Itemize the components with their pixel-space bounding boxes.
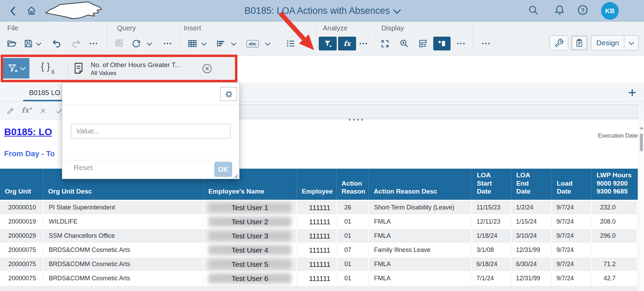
query-more-options-icon[interactable] (161, 37, 174, 50)
table-cell[interactable]: 01 (337, 257, 369, 271)
table-cell[interactable]: Short-Term Disability (Leave) (369, 201, 472, 214)
column-header[interactable]: Action Reason Desc (369, 169, 472, 200)
table-cell[interactable]: FMLA (369, 229, 472, 243)
table-cell[interactable]: 9/7/24 (552, 257, 592, 271)
filter-pill-name[interactable]: No. of Other Hours Greater T... (91, 61, 180, 69)
column-header[interactable]: Load Date (552, 169, 592, 200)
analyze-more-options-icon[interactable] (356, 37, 370, 50)
page-layout-icon[interactable] (416, 37, 430, 50)
table-cell[interactable]: Test User 4 (203, 243, 297, 257)
table-cell[interactable]: 20000029 (0, 229, 43, 243)
filter-button-active[interactable] (319, 37, 337, 50)
report-title-link[interactable]: B0185: LO (4, 126, 62, 138)
table-cell[interactable]: 12/31/99 (511, 243, 552, 257)
report-tab[interactable]: B0185 LO (29, 89, 60, 97)
table-cell[interactable]: 20000075 (0, 272, 43, 285)
table-cell[interactable]: BRDS&COMM Cosmetic Arts (43, 272, 203, 285)
table-cell[interactable]: 20000010 (0, 201, 43, 214)
table-cell[interactable]: 296.0 (592, 229, 638, 243)
table-cell[interactable]: 01 (337, 215, 369, 228)
table-cell[interactable]: 71.2 (592, 257, 638, 271)
reading-mode-button[interactable] (571, 35, 588, 50)
freeze-button-active[interactable] (433, 37, 451, 50)
filter-settings-button[interactable] (220, 87, 237, 101)
table-cell[interactable]: 07 (337, 243, 369, 257)
table-cell[interactable]: 1/15/24 (511, 215, 552, 228)
table-cell[interactable]: 11/15/23 (472, 201, 511, 214)
edit-query-icon[interactable] (113, 37, 127, 50)
user-avatar[interactable]: KB (601, 2, 619, 20)
design-mode-button[interactable]: Design (591, 35, 638, 50)
open-document-icon[interactable] (5, 37, 19, 50)
table-cell[interactable]: 111111 (297, 243, 337, 257)
table-cell[interactable]: 6/18/24 (472, 257, 511, 271)
table-cell[interactable]: 12/31/99 (511, 272, 552, 285)
help-icon[interactable]: ? (577, 4, 588, 16)
column-header[interactable]: Employee (297, 169, 337, 200)
table-cell[interactable]: FMLA (369, 257, 472, 271)
table-cell[interactable]: 3/1/08 (472, 243, 511, 257)
insert-list-icon[interactable] (284, 37, 298, 50)
filter-value-input[interactable] (71, 124, 230, 139)
reset-button[interactable]: Reset (74, 163, 93, 172)
column-header[interactable]: Org Unit (0, 169, 43, 200)
column-header[interactable]: LOA Start Date (472, 169, 511, 200)
table-cell[interactable]: Test User 6 (203, 272, 297, 285)
table-cell[interactable]: Test User 3 (203, 229, 297, 243)
refresh-menu-chevron-icon[interactable] (145, 37, 153, 50)
table-cell[interactable]: 20000075 (0, 243, 43, 257)
insert-table-chevron-icon[interactable] (200, 37, 208, 50)
vertical-scrollbar[interactable] (638, 119, 644, 291)
table-cell[interactable]: 42.7 (592, 272, 638, 285)
table-cell[interactable]: 1/18/24 (472, 229, 511, 243)
remove-filter-icon[interactable] (202, 63, 212, 74)
save-menu-chevron-icon[interactable] (35, 37, 42, 50)
design-menu-chevron-icon[interactable] (624, 42, 638, 44)
notifications-bell-icon[interactable] (554, 4, 565, 16)
table-cell[interactable]: 9/7/24 (552, 272, 592, 285)
table-cell[interactable]: 111111 (297, 272, 337, 285)
insert-text-icon[interactable]: abc (244, 37, 262, 50)
tools-button[interactable] (550, 35, 568, 50)
table-cell[interactable]: SSM Chancellors Office (43, 229, 203, 243)
undo-icon[interactable] (50, 37, 64, 50)
table-cell[interactable]: 12/11/23 (472, 215, 511, 228)
table-cell[interactable]: Test User 2 (203, 215, 297, 228)
table-cell[interactable]: 111111 (297, 201, 337, 214)
column-header[interactable]: Action Reason (337, 169, 369, 200)
variables-icon[interactable]: { }6 (41, 61, 53, 73)
scrollbar-thumb[interactable] (640, 133, 643, 151)
table-cell[interactable]: PI State Superintendent (43, 201, 203, 214)
comment-pencil-icon[interactable] (6, 106, 15, 115)
ok-button[interactable]: OK (214, 162, 232, 177)
scroll-up-icon[interactable] (640, 126, 643, 129)
insert-more-options-icon[interactable] (298, 37, 312, 50)
table-cell[interactable]: 3/10/24 (511, 229, 552, 243)
toolbar-overflow-icon[interactable] (479, 37, 493, 50)
document-title-menu[interactable]: B0185: LOA Actions with Absences (0, 0, 644, 22)
table-cell[interactable]: Family Illness Leave (369, 243, 472, 257)
insert-chart-chevron-icon[interactable] (230, 37, 237, 50)
table-cell[interactable]: 20000019 (0, 215, 43, 228)
fullscreen-icon[interactable] (378, 37, 392, 50)
file-more-options-icon[interactable] (87, 37, 100, 50)
table-cell[interactable]: Test User 1 (203, 201, 297, 214)
table-cell[interactable]: 111111 (297, 257, 337, 271)
create-variable-icon[interactable]: fx+ (21, 106, 33, 114)
refresh-icon[interactable] (129, 37, 143, 50)
redo-icon[interactable] (69, 37, 83, 50)
add-filter-button[interactable] (3, 58, 29, 78)
table-cell[interactable]: 1/2/24 (511, 201, 552, 214)
column-header[interactable]: LWP Hours 9000 9200 9300 9685 (592, 169, 638, 200)
table-cell[interactable]: 232.0 (592, 201, 638, 214)
table-cell[interactable]: 111111 (297, 229, 337, 243)
cancel-formula-icon[interactable] (39, 107, 47, 114)
table-cell[interactable]: FMLA (369, 272, 472, 285)
resize-grip[interactable] (233, 173, 238, 178)
table-cell[interactable]: 6/30/24 (511, 257, 552, 271)
table-cell[interactable]: 111111 (297, 215, 337, 228)
table-cell[interactable]: 9/7/24 (552, 215, 592, 228)
insert-text-chevron-icon[interactable] (264, 37, 271, 50)
column-header[interactable]: LOA End Date (511, 169, 552, 200)
table-cell[interactable]: 01 (337, 229, 369, 243)
